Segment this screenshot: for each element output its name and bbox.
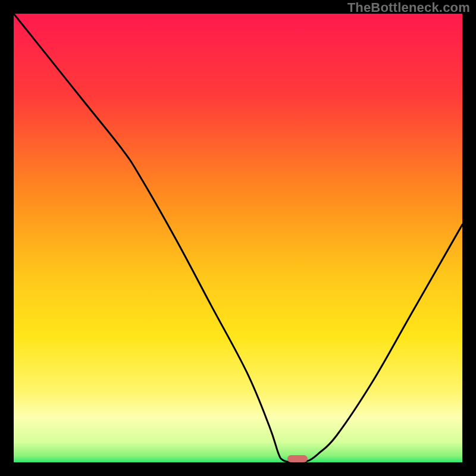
optimal-marker [287,455,308,462]
bottleneck-chart [14,14,462,462]
gradient-background [14,14,462,462]
chart-frame: TheBottleneck.com [0,0,476,476]
watermark-text: TheBottleneck.com [347,0,470,15]
chart-svg [14,14,462,462]
